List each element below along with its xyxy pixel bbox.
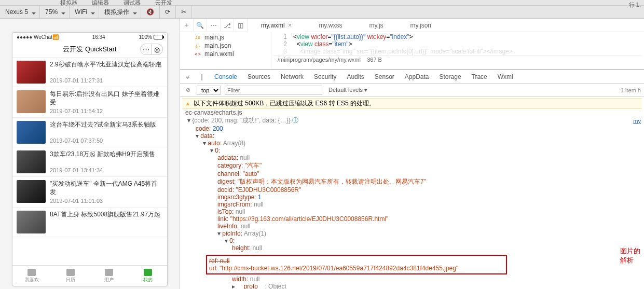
devtools-tabs: ⟐ | ConsoleSourcesNetworkSecurityAuditsS… <box>180 70 644 84</box>
device-select[interactable]: Nexus 5 <box>0 6 40 18</box>
devtools-tab[interactable]: Security <box>309 73 341 80</box>
editor-top-bar: ＋ 🔍 ⋯ ⎇ ◫ my.wxml×my.wxssmy.jsmy.json 行 … <box>180 19 644 32</box>
feed-time: 2019-07-01 13:41:34 <box>50 167 155 173</box>
top-menu-row-1: 模拟器编辑器调试器云开发 <box>0 0 644 5</box>
thumbnail <box>17 180 46 203</box>
feed-item[interactable]: 2.9秒破百啥水平?比亚迪汉定位高端轿跑 2019-07-01 11:27:31 <box>12 58 167 87</box>
tab-icon <box>105 269 113 276</box>
log-levels[interactable]: Default levels ▾ <box>328 87 367 93</box>
cut-icon[interactable]: ✂ <box>176 6 192 18</box>
close-icon[interactable]: × <box>288 21 292 29</box>
highlight-box: ref: null url: "http://cms-bucket.ws.126… <box>206 255 507 274</box>
editor-tab[interactable]: my.js <box>355 19 396 32</box>
thumbnail <box>17 61 46 84</box>
save-icon[interactable]: ⋯ <box>207 19 221 32</box>
console-warning: 以下文件体积超过 500KB，已跳过压缩以及 ES6 转 ES5 的处理。 <box>182 98 642 109</box>
thumbnail <box>17 211 46 233</box>
filter-input[interactable] <box>225 86 322 95</box>
editor-tab[interactable]: my.json <box>397 19 445 32</box>
feed-item[interactable]: "买发动机送车" 全新一代AMG A45将首发 2019-07-01 11:01… <box>12 177 167 208</box>
devtools-tab[interactable]: AppData <box>400 73 434 80</box>
file-tree[interactable]: JSmain.js{ }main.json< >main.wxml <box>180 32 271 69</box>
feed-title: 这台车绕不过去?试全新宝马3系长轴版 <box>50 121 156 129</box>
devtools-tab[interactable]: Sources <box>242 73 276 80</box>
feed-title: 每日易乐:后排没有出风口 妹子坐着很难受 <box>50 90 163 106</box>
context-select[interactable]: top <box>197 86 221 95</box>
feed-item[interactable]: 3款车/23.18万起 新款哈弗H9开启预售 2019-07-01 13:41:… <box>12 147 167 177</box>
devtools-tab[interactable]: Trace <box>467 73 492 80</box>
zoom-select[interactable]: 75% <box>40 6 70 18</box>
network-select[interactable]: WiFi <box>70 6 99 18</box>
clear-console-icon[interactable]: ⊘ <box>183 87 193 93</box>
tabbar-item[interactable]: 我喜欢 <box>12 266 51 286</box>
thumbnail <box>17 121 46 144</box>
add-icon[interactable]: ＋ <box>180 19 194 32</box>
feed-title: "买发动机送车" 全新一代AMG A45将首发 <box>50 180 163 196</box>
feed-time: 2019-07-01 11:01:03 <box>50 198 163 204</box>
inspect-icon[interactable]: ⟐ <box>180 73 195 80</box>
rotate-icon[interactable]: ⟳ <box>160 6 176 18</box>
split-icon[interactable]: ◫ <box>234 19 248 32</box>
feed-time: 2019-07-01 11:27:31 <box>50 77 161 84</box>
feed-time: 2019-07-01 11:54:12 <box>50 108 163 114</box>
file-tree-item[interactable]: < >main.wxml <box>182 50 269 58</box>
file-badge: JS <box>194 35 202 40</box>
tab-icon <box>66 269 75 276</box>
console-output[interactable]: 以下文件体积超过 500KB，已跳过压缩以及 ES6 转 ES5 的处理。 ec… <box>180 97 644 289</box>
status-time: 16:34 <box>92 34 105 40</box>
file-tree-item[interactable]: JSmain.js <box>182 33 269 42</box>
feed-title: 3款车/23.18万起 新款哈弗H9开启预售 <box>50 150 155 159</box>
tab-icon <box>144 269 152 276</box>
sim-operate-select[interactable]: 模拟操作 <box>99 6 141 18</box>
file-tree-item[interactable]: { }main.json <box>182 42 269 50</box>
devtools-tab[interactable]: Console <box>209 73 242 80</box>
devtools-tab[interactable]: Wxml <box>492 73 518 80</box>
page-title: 云开发 QuickStart <box>63 45 116 54</box>
phone-frame: ●●●●● WeChat📶 16:34 100% 云开发 QuickStart … <box>12 32 168 286</box>
feed-title: 8AT首上身 标致5008旗舰版售21.97万起 <box>50 211 160 219</box>
devtools-tab[interactable]: Network <box>276 73 309 80</box>
annotation-label: 图片的解析 <box>620 246 644 265</box>
feed-item[interactable]: 8AT首上身 标致5008旗舰版售21.97万起 <box>12 208 167 237</box>
branch-icon[interactable]: ⎇ <box>221 19 234 32</box>
feed-time: 2019-07-01 07:37:50 <box>50 137 156 144</box>
tab-bar: 我喜欢日历用户我的 <box>12 265 167 286</box>
status-bar: ●●●●● WeChat📶 16:34 100% <box>12 33 167 42</box>
editor-tab[interactable]: my.wxml× <box>248 19 305 32</box>
tab-icon <box>28 269 36 276</box>
feed-item[interactable]: 这台车绕不过去?试全新宝马3系长轴版 2019-07-01 07:37:50 <box>12 118 167 147</box>
feed-item[interactable]: 每日易乐:后排没有出风口 妹子坐着很难受 2019-07-01 11:54:12 <box>12 87 167 118</box>
mute-icon[interactable]: 🔇 <box>141 6 160 18</box>
devtools-tab[interactable]: Sensor <box>369 73 400 80</box>
file-badge: { } <box>194 44 202 48</box>
devtools-tab[interactable]: Audits <box>341 73 369 80</box>
feed-list[interactable]: 2.9秒破百啥水平?比亚迪汉定位高端轿跑 2019-07-01 11:27:31… <box>12 58 167 265</box>
hidden-count: 1 item h <box>621 87 641 93</box>
search-icon[interactable]: 🔍 <box>194 19 207 32</box>
capsule-close-icon[interactable]: ◎ <box>152 44 163 55</box>
simulator-panel: ●●●●● WeChat📶 16:34 100% 云开发 QuickStart … <box>0 19 180 289</box>
file-badge: < > <box>194 52 202 57</box>
source-link[interactable]: my <box>633 118 641 124</box>
devtools-tab[interactable]: Storage <box>434 73 467 80</box>
tabbar-item[interactable]: 我的 <box>129 266 168 286</box>
tabbar-item[interactable]: 日历 <box>51 266 90 286</box>
tabbar-item[interactable]: 用户 <box>90 266 129 286</box>
mini-navbar: 云开发 QuickStart ⋯ ◎ <box>12 42 167 58</box>
editor-tab[interactable]: my.wxss <box>305 19 355 32</box>
capsule-more-icon[interactable]: ⋯ <box>140 44 152 55</box>
code-editor[interactable]: 1<view wx:for="{{list.auto}}" wx:key="in… <box>271 32 644 69</box>
sim-toolbar: Nexus 5 75% WiFi 模拟操作 🔇 ⟳ ✂ <box>0 5 644 19</box>
console-toolbar: ⊘ top Default levels ▾ 1 item h <box>180 84 644 97</box>
thumbnail <box>17 90 46 113</box>
feed-title: 2.9秒破百啥水平?比亚迪汉定位高端轿跑 <box>50 61 161 69</box>
thumbnail <box>17 150 46 173</box>
